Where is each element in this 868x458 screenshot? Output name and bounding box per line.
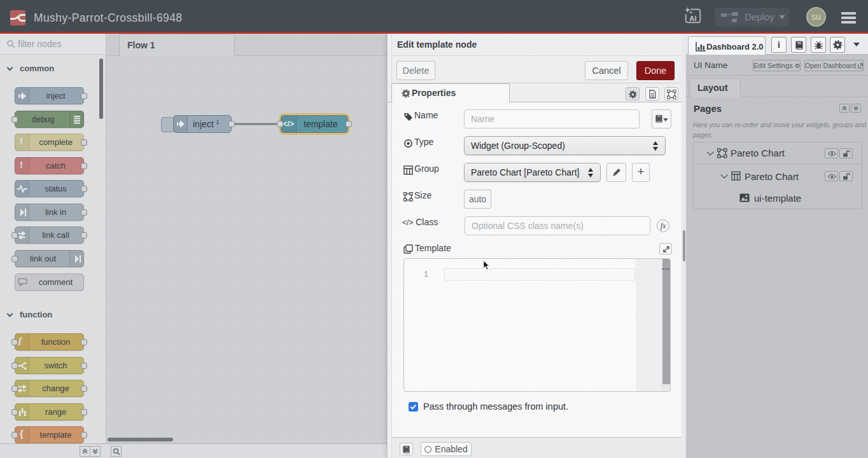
svg-text:AI: AI bbox=[689, 15, 696, 22]
